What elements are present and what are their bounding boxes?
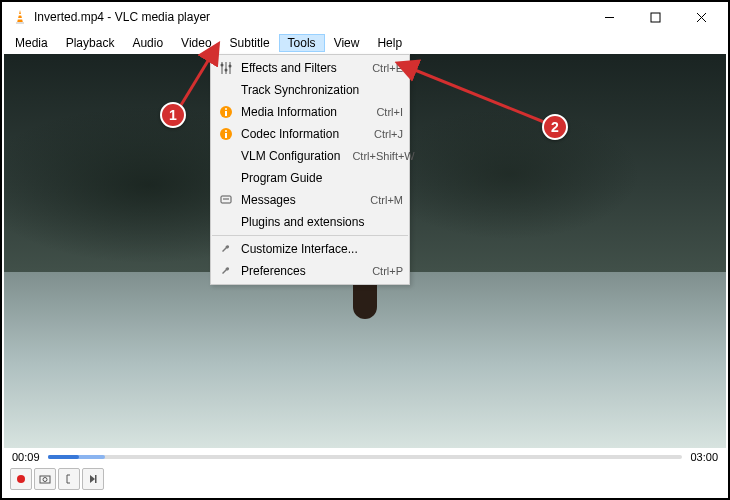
- menu-separator: [212, 235, 408, 236]
- menu-playback[interactable]: Playback: [57, 34, 124, 52]
- wrench-icon: [217, 240, 235, 258]
- menu-tools[interactable]: Tools: [279, 34, 325, 52]
- close-button[interactable]: [678, 2, 724, 32]
- menu-media[interactable]: Media: [6, 34, 57, 52]
- svg-rect-5: [651, 13, 660, 22]
- svg-rect-18: [225, 133, 227, 138]
- sliders-icon: [217, 59, 235, 77]
- menu-plugins[interactable]: Plugins and extensions: [211, 211, 409, 233]
- menu-view[interactable]: View: [325, 34, 369, 52]
- wrench-icon: [217, 262, 235, 280]
- menu-vlm-config[interactable]: VLM Configuration Ctrl+Shift+W: [211, 145, 409, 167]
- svg-point-11: [221, 64, 224, 67]
- menu-media-information[interactable]: Media Information Ctrl+I: [211, 101, 409, 123]
- menu-messages[interactable]: Messages Ctrl+M: [211, 189, 409, 211]
- record-icon: [17, 475, 25, 483]
- vlc-cone-icon: [12, 9, 28, 25]
- menu-help[interactable]: Help: [368, 34, 411, 52]
- playback-controls: [4, 466, 726, 492]
- window-controls: [586, 2, 724, 32]
- svg-point-13: [229, 65, 232, 68]
- svg-rect-3: [18, 18, 23, 20]
- svg-rect-25: [95, 475, 97, 483]
- svg-point-19: [225, 130, 227, 132]
- bottom-bar: 00:09 03:00: [4, 448, 726, 496]
- menu-track-sync[interactable]: Track Synchronization: [211, 79, 409, 101]
- tools-dropdown: Effects and Filters Ctrl+E Track Synchro…: [210, 54, 410, 285]
- snapshot-button[interactable]: [34, 468, 56, 490]
- effects-shortcut: Ctrl+E: [360, 62, 403, 74]
- annotation-marker-2: 2: [542, 114, 568, 140]
- svg-marker-24: [90, 475, 95, 483]
- effects-label: Effects and Filters: [241, 61, 360, 75]
- menu-codec-information[interactable]: Codec Information Ctrl+J: [211, 123, 409, 145]
- step-icon: [88, 474, 98, 484]
- svg-rect-15: [225, 111, 227, 116]
- svg-point-16: [225, 108, 227, 110]
- menu-preferences[interactable]: Preferences Ctrl+P: [211, 260, 409, 282]
- menu-subtitle[interactable]: Subtitle: [221, 34, 279, 52]
- info-icon: [217, 125, 235, 143]
- menu-program-guide[interactable]: Program Guide: [211, 167, 409, 189]
- window-title: Inverted.mp4 - VLC media player: [34, 10, 586, 24]
- total-time: 03:00: [690, 451, 718, 463]
- svg-point-12: [225, 69, 228, 72]
- annotation-marker-1: 1: [160, 102, 186, 128]
- seek-slider[interactable]: [48, 455, 683, 459]
- camera-icon: [39, 474, 51, 484]
- info-icon: [217, 103, 235, 121]
- record-button[interactable]: [10, 468, 32, 490]
- bracket-left-icon: [64, 474, 74, 484]
- maximize-button[interactable]: [632, 2, 678, 32]
- menu-video[interactable]: Video: [172, 34, 220, 52]
- loop-a-button[interactable]: [58, 468, 80, 490]
- svg-marker-0: [17, 10, 23, 23]
- timeline: 00:09 03:00: [4, 448, 726, 466]
- menubar: Media Playback Audio Video Subtitle Tool…: [2, 32, 728, 54]
- current-time: 00:09: [12, 451, 40, 463]
- svg-rect-2: [18, 14, 22, 16]
- frame-step-button[interactable]: [82, 468, 104, 490]
- svg-point-23: [43, 478, 47, 482]
- menu-effects-and-filters[interactable]: Effects and Filters Ctrl+E: [211, 57, 409, 79]
- menu-audio[interactable]: Audio: [123, 34, 172, 52]
- svg-rect-1: [16, 22, 24, 24]
- messages-icon: [217, 191, 235, 209]
- minimize-button[interactable]: [586, 2, 632, 32]
- titlebar: Inverted.mp4 - VLC media player: [2, 2, 728, 32]
- menu-customize-interface[interactable]: Customize Interface...: [211, 238, 409, 260]
